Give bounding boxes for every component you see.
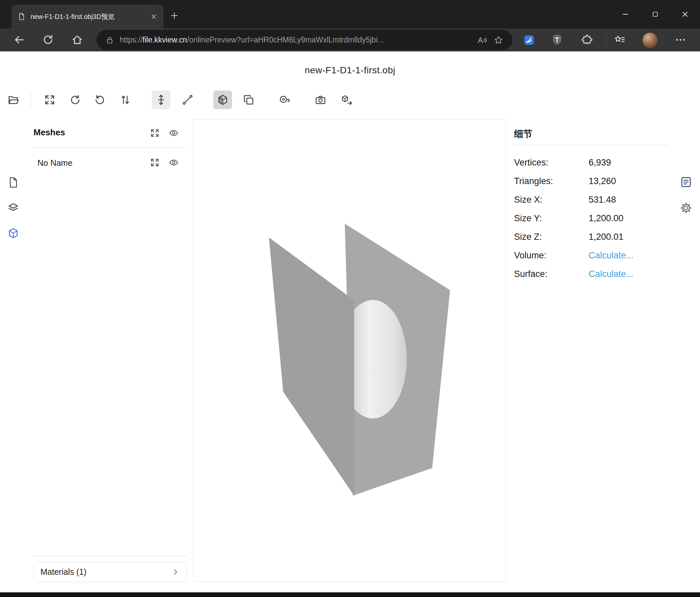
meshes-fit-icon[interactable]	[150, 128, 160, 138]
mesh-item-eye-icon[interactable]	[169, 158, 179, 167]
mesh-item-fit-icon[interactable]	[150, 158, 160, 167]
detail-row-surface: Surface: Calculate...	[514, 265, 668, 283]
window-close-button[interactable]	[670, 0, 700, 28]
extension-blue-icon[interactable]	[523, 34, 535, 46]
detail-label: Vertices:	[514, 158, 589, 168]
chevron-right-icon	[171, 568, 180, 576]
export-view-icon	[341, 94, 353, 106]
new-tab-button[interactable]	[170, 11, 179, 20]
measure-line-icon	[182, 94, 194, 106]
model-title: new-F1-D1-1-first.obj	[0, 65, 700, 76]
fit-view-icon	[44, 94, 56, 106]
detail-value: 531.48	[589, 195, 616, 205]
browser-tab[interactable]: new-F1-D1-1-first.obj3D预览	[11, 5, 164, 28]
rotate-vertical-button[interactable]	[91, 91, 109, 109]
home-icon[interactable]	[71, 34, 83, 46]
meshes-panel-header: Meshes	[33, 127, 65, 138]
mesh-list-item[interactable]: No Name	[38, 158, 73, 168]
url-scheme: https://	[120, 35, 143, 44]
materials-expander[interactable]: Materials (1)	[33, 562, 186, 582]
materials-label: Materials (1)	[41, 567, 171, 577]
meshes-cube-icon[interactable]	[7, 227, 19, 239]
favorites-hub-icon[interactable]	[614, 34, 626, 46]
viewer-page: new-F1-D1-1-first.obj Meshes No Name Mat…	[0, 51, 700, 592]
detail-row-size-x: Size X: 531.48	[514, 190, 668, 209]
flat-view-icon	[243, 94, 254, 106]
model-viewport[interactable]	[193, 119, 506, 582]
solid-view-icon	[217, 94, 229, 106]
window-controls	[610, 0, 700, 28]
flip-vertical-button[interactable]	[116, 91, 134, 109]
refresh-icon[interactable]	[42, 34, 54, 46]
open-model-button[interactable]	[4, 91, 23, 109]
rotate-horizontal-button[interactable]	[66, 91, 84, 109]
open-model-icon	[7, 94, 19, 106]
url-path: /onlinePreview?url=aHR0cHM6Ly9maWxlLmtrd…	[187, 35, 385, 44]
calculate-volume-link[interactable]: Calculate...	[589, 250, 633, 261]
close-icon	[681, 10, 690, 19]
detail-label: Surface:	[514, 269, 589, 279]
detail-row-size-y: Size Y: 1,200.00	[514, 209, 668, 228]
measure-tape-icon	[278, 94, 290, 106]
details-header-divider	[514, 145, 668, 145]
measure-tape-button[interactable]	[275, 91, 294, 109]
window-minimize-button[interactable]	[610, 0, 640, 28]
detail-row-size-z: Size Z: 1,200.01	[514, 228, 668, 246]
url-host: file.kkview.cn	[143, 35, 187, 44]
browser-navbar: https://file.kkview.cn/onlinePreview?url…	[0, 28, 700, 51]
details-list-icon[interactable]	[680, 176, 692, 188]
settings-gear-icon[interactable]	[680, 202, 692, 214]
lock-icon[interactable]	[105, 35, 114, 45]
back-icon[interactable]	[13, 34, 25, 46]
model-left-plane	[269, 237, 354, 496]
detail-label: Triangles:	[514, 176, 589, 186]
screenshot-icon	[315, 94, 326, 106]
maximize-icon	[651, 10, 659, 18]
detail-label: Size Z:	[514, 232, 589, 242]
tab-favicon-icon	[18, 13, 26, 21]
browser-titlebar: new-F1-D1-1-first.obj3D预览	[0, 0, 700, 28]
move-vertical-icon	[155, 94, 167, 106]
more-options-icon[interactable]	[674, 34, 686, 46]
details-panel-header: 细节	[514, 128, 533, 140]
export-view-button[interactable]	[338, 91, 356, 109]
favorite-star-icon[interactable]	[493, 35, 504, 45]
meshes-visibility-eye-icon[interactable]	[169, 128, 179, 138]
model-3d-scene	[194, 120, 506, 582]
detail-label: Volume:	[514, 250, 589, 261]
tab-close-icon[interactable]	[150, 13, 157, 20]
flip-vertical-icon	[119, 94, 131, 106]
profile-avatar[interactable]	[642, 32, 657, 48]
detail-row-vertices: Vertices: 6,939	[514, 153, 668, 172]
rotate-horizontal-icon	[69, 94, 81, 106]
extensions-puzzle-icon[interactable]	[581, 34, 593, 46]
materials-icon[interactable]	[7, 202, 19, 214]
solid-view-button[interactable]	[214, 91, 232, 109]
tab-title: new-F1-D1-1-first.obj3D预览	[30, 12, 145, 21]
move-vertical-button[interactable]	[152, 91, 170, 109]
minimize-icon	[621, 10, 630, 19]
detail-value: 1,200.00	[589, 213, 623, 223]
calculate-surface-link[interactable]: Calculate...	[589, 269, 633, 279]
flat-view-button[interactable]	[239, 91, 258, 109]
detail-value: 13,260	[589, 176, 616, 186]
address-bar[interactable]: https://file.kkview.cn/onlinePreview?url…	[96, 30, 512, 50]
screenshot-button[interactable]	[311, 91, 330, 109]
measure-line-button[interactable]	[178, 91, 197, 109]
detail-value: 1,200.01	[589, 232, 623, 242]
fit-view-button[interactable]	[41, 91, 59, 109]
file-info-icon[interactable]	[7, 176, 19, 188]
navbar-divider	[606, 35, 606, 45]
toolbar-divider	[31, 93, 31, 107]
read-aloud-icon[interactable]	[477, 34, 488, 46]
detail-row-volume: Volume: Calculate...	[514, 246, 668, 265]
detail-label: Size Y:	[514, 213, 589, 223]
detail-row-triangles: Triangles: 13,260	[514, 172, 668, 190]
url-text: https://file.kkview.cn/onlinePreview?url…	[120, 35, 471, 44]
viewer-toolbar	[0, 90, 700, 112]
window-maximize-button[interactable]	[640, 0, 670, 28]
detail-value: 6,939	[589, 158, 611, 168]
rotate-vertical-icon	[94, 94, 106, 106]
details-rows: Vertices: 6,939 Triangles: 13,260 Size X…	[514, 153, 668, 283]
extension-shield-icon[interactable]	[551, 34, 563, 46]
